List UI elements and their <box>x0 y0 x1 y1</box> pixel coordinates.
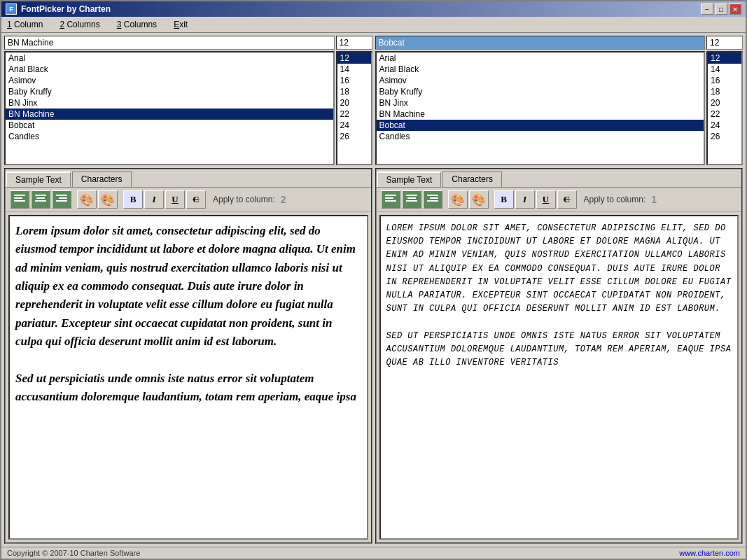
right-bold-icon: B <box>501 194 507 205</box>
left-font-list[interactable]: Arial Arial Black Asimov Baby Kruffy BN … <box>4 51 335 165</box>
list-item-selected[interactable]: Bobcat <box>377 120 704 131</box>
size-item[interactable]: 22 <box>337 108 371 120</box>
menu-bar: 1 Column 2 Columns 3 Columns Exit <box>1 17 746 33</box>
right-font-list[interactable]: Arial Arial Black Asimov Baby Kruffy BN … <box>375 51 706 165</box>
app-icon: F <box>6 4 17 15</box>
size-item-selected[interactable]: 12 <box>337 52 371 64</box>
align-left-button[interactable] <box>10 190 29 209</box>
size-item[interactable]: 26 <box>708 131 741 142</box>
right-align-right-button[interactable] <box>423 190 442 209</box>
svg-rect-8 <box>56 200 67 202</box>
right-toolbar: 🎨 🎨 B I U C Apply to column: 1 <box>377 188 742 212</box>
menu-3columns[interactable]: 3 Columns <box>114 18 160 31</box>
list-item[interactable]: Arial Black <box>6 64 333 75</box>
size-item[interactable]: 20 <box>708 97 741 108</box>
menu-exit[interactable]: Exit <box>171 18 190 31</box>
size-item[interactable]: 22 <box>708 108 741 120</box>
left-apply-label: Apply to column: <box>213 195 275 204</box>
size-item[interactable]: 16 <box>708 75 741 86</box>
svg-rect-3 <box>35 195 46 196</box>
list-item[interactable]: Arial <box>377 52 704 64</box>
size-item[interactable]: 14 <box>337 64 371 75</box>
align-left-svg <box>14 194 25 204</box>
left-font-name[interactable]: BN Machine <box>4 36 335 50</box>
menu-1column[interactable]: 1 Column <box>4 18 46 31</box>
size-item[interactable]: 26 <box>337 131 371 142</box>
top-section: BN Machine Arial Arial Black Asimov Baby… <box>4 36 743 165</box>
right-preview-area[interactable]: Lorem ipsum dolor sit amet, consectetur … <box>379 215 739 540</box>
bottom-section: Sample Text Characters <box>4 168 743 544</box>
align-right-icon <box>56 194 67 206</box>
svg-rect-15 <box>427 195 438 196</box>
right-tab-sample[interactable]: Sample Text <box>377 172 442 187</box>
align-left-icon <box>14 194 25 206</box>
minimize-button[interactable]: − <box>701 4 713 15</box>
size-item[interactable]: 18 <box>337 86 371 97</box>
website-link[interactable]: www.charten.com <box>679 549 740 557</box>
align-center-svg <box>35 194 46 204</box>
list-item[interactable]: Candles <box>377 131 704 142</box>
right-color1-button[interactable]: 🎨 <box>448 190 468 209</box>
svg-rect-12 <box>406 195 417 196</box>
right-align-left-icon <box>385 194 396 206</box>
left-tab-characters[interactable]: Characters <box>72 172 132 187</box>
svg-rect-5 <box>35 200 46 202</box>
color1-button[interactable]: 🎨 <box>77 190 97 209</box>
svg-rect-6 <box>56 195 67 196</box>
menu-2columns[interactable]: 2 Columns <box>57 18 102 31</box>
svg-rect-17 <box>427 200 438 202</box>
list-item[interactable]: Arial Black <box>377 64 704 75</box>
size-item[interactable]: 14 <box>708 64 741 75</box>
size-item[interactable]: 16 <box>337 75 371 86</box>
underline-icon: U <box>172 194 178 205</box>
bold-button[interactable]: B <box>123 190 143 209</box>
right-tab-bar: Sample Text Characters <box>377 169 742 188</box>
right-align-center-svg <box>406 194 417 204</box>
list-item[interactable]: Candles <box>6 131 333 142</box>
italic-button[interactable]: I <box>144 190 164 209</box>
italic-icon: I <box>152 194 155 205</box>
align-center-button[interactable] <box>31 190 50 209</box>
bold-icon: B <box>130 194 137 205</box>
right-italic-button[interactable]: I <box>515 190 535 209</box>
right-strikethrough-button[interactable]: C <box>557 190 577 209</box>
right-underline-button[interactable]: U <box>536 190 556 209</box>
left-preview-area[interactable]: Lorem ipsum dolor sit amet, consectetur … <box>8 215 368 540</box>
size-item[interactable]: 24 <box>337 120 371 131</box>
list-item[interactable]: BN Jinx <box>377 97 704 108</box>
restore-button[interactable]: □ <box>715 4 727 15</box>
list-item[interactable]: BN Machine <box>377 108 704 120</box>
left-size-list[interactable]: 12 14 16 18 20 22 24 26 <box>336 51 372 165</box>
align-right-button[interactable] <box>52 190 71 209</box>
right-apply-label: Apply to column: <box>584 195 646 204</box>
left-tab-sample[interactable]: Sample Text <box>6 172 71 187</box>
color2-button[interactable]: 🎨 <box>98 190 118 209</box>
svg-rect-7 <box>59 197 67 199</box>
right-font-list-container: Bobcat Arial Arial Black Asimov Baby Kru… <box>375 36 706 165</box>
list-item-selected[interactable]: BN Machine <box>6 108 333 120</box>
list-item[interactable]: Asimov <box>6 75 333 86</box>
left-size-name[interactable]: 12 <box>336 36 372 50</box>
close-button[interactable]: ✕ <box>729 4 741 15</box>
list-item[interactable]: Bobcat <box>6 120 333 131</box>
right-size-list[interactable]: 12 14 16 18 20 22 24 26 <box>706 51 743 165</box>
strikethrough-button[interactable]: C <box>186 190 206 209</box>
list-item[interactable]: Baby Kruffy <box>6 86 333 97</box>
right-color2-button[interactable]: 🎨 <box>469 190 489 209</box>
size-item[interactable]: 20 <box>337 97 371 108</box>
right-font-name[interactable]: Bobcat <box>375 36 706 50</box>
list-item[interactable]: Baby Kruffy <box>377 86 704 97</box>
right-tab-characters[interactable]: Characters <box>442 172 502 187</box>
right-size-name[interactable]: 12 <box>706 36 743 50</box>
list-item[interactable]: Asimov <box>377 75 704 86</box>
right-align-center-button[interactable] <box>402 190 421 209</box>
svg-rect-14 <box>406 200 417 202</box>
right-align-left-button[interactable] <box>381 190 400 209</box>
size-item-selected[interactable]: 12 <box>708 52 741 64</box>
right-bold-button[interactable]: B <box>494 190 514 209</box>
list-item[interactable]: Arial <box>6 52 333 64</box>
list-item[interactable]: BN Jinx <box>6 97 333 108</box>
size-item[interactable]: 24 <box>708 120 741 131</box>
underline-button[interactable]: U <box>165 190 185 209</box>
size-item[interactable]: 18 <box>708 86 741 97</box>
